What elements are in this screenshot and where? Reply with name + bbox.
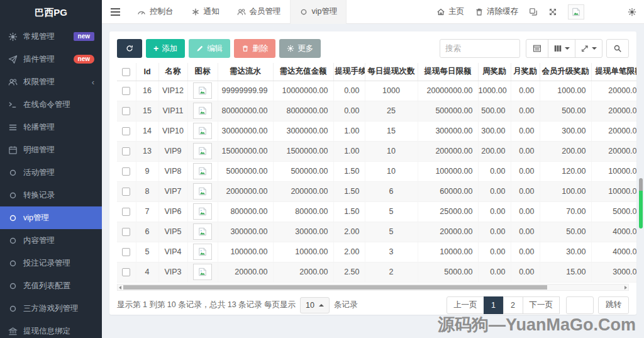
cell-monthly-bonus: 0.00: [511, 161, 540, 181]
table-row[interactable]: 13 VIP9 15000000.00 1500000.00 1.00 10 2…: [117, 141, 636, 161]
row-checkbox[interactable]: [122, 147, 130, 155]
jump-button[interactable]: 跳转: [598, 296, 629, 314]
search-input[interactable]: [440, 39, 520, 58]
table-row[interactable]: 7 VIP6 800000.00 80000.00 1.50 5 25000.0…: [117, 201, 636, 222]
row-select-cell: [117, 161, 136, 181]
table-row[interactable]: 8 VIP7 2000000.00 200000.00 1.50 6 60000…: [117, 181, 636, 201]
cell-flow-required: 30000000.00: [218, 121, 273, 141]
cell-daily-withdraw-count: 3: [365, 242, 418, 262]
list-icon: [8, 123, 18, 132]
col-icon[interactable]: 图标: [187, 63, 218, 81]
cell-daily-withdraw-count: 10: [365, 141, 418, 161]
cell-daily-withdraw-limit: 25000.00: [418, 201, 478, 222]
sidebar-item-recharge-list[interactable]: 充值列表配置: [0, 274, 102, 297]
columns-button[interactable]: [548, 39, 575, 58]
col-recharge-required[interactable]: 需达充值金额: [273, 63, 333, 81]
row-checkbox[interactable]: [122, 87, 130, 95]
cell-upgrade-bonus: 50.00: [540, 222, 591, 242]
clear-cache-link[interactable]: 清除缓存: [475, 6, 518, 17]
col-upgrade-bonus[interactable]: 会员升级奖励: [540, 63, 591, 81]
refresh-button[interactable]: [117, 39, 142, 58]
row-checkbox[interactable]: [122, 127, 130, 135]
col-flow-required[interactable]: 需达流水: [218, 63, 273, 81]
detail-view-button[interactable]: [526, 39, 548, 58]
sidebar-item-command[interactable]: 在线命令管理: [0, 93, 102, 116]
sidebar-item-bet-record[interactable]: 投注记录管理: [0, 252, 102, 274]
sidebar-item-convert[interactable]: 转换记录: [0, 184, 102, 206]
edit-button[interactable]: 编辑: [189, 39, 230, 58]
sidebar-item-third-game[interactable]: 三方游戏列管理: [0, 297, 102, 320]
tab-member[interactable]: 会员管理: [228, 0, 290, 24]
tab-dashboard[interactable]: 控制台: [128, 0, 182, 24]
next-page-button[interactable]: 下一页: [523, 296, 560, 314]
col-withdraw-fee[interactable]: 提现手续: [333, 63, 365, 81]
vertical-scrollbar-thumb[interactable]: [639, 178, 643, 228]
table-row[interactable]: 16 VIP12 99999999.99 10000000.00 0.00 10…: [117, 81, 636, 101]
sidebar-item-vip[interactable]: vip管理: [0, 206, 102, 229]
table-row[interactable]: 6 VIP5 300000.00 30000.00 2.00 5 20000.0…: [117, 222, 636, 242]
gear-icon[interactable]: [628, 8, 636, 16]
export-button[interactable]: [575, 39, 602, 58]
page-button-2[interactable]: 2: [503, 296, 523, 314]
horizontal-scrollbar[interactable]: [117, 284, 629, 291]
table-row[interactable]: 15 VIP11 80000000.00 8000000.00 0.00 25 …: [117, 101, 636, 121]
more-button[interactable]: 更多: [279, 39, 321, 58]
cell-flow-required: 2000000.00: [218, 181, 273, 201]
row-checkbox[interactable]: [122, 248, 130, 256]
table-row[interactable]: 5 VIP4 100000.00 10000.00 2.00 3 10000.0…: [117, 242, 636, 262]
sidebar-item-activity[interactable]: 活动管理: [0, 161, 102, 184]
home-link[interactable]: 主页: [436, 6, 464, 17]
col-weekly-bonus[interactable]: 周奖励: [478, 63, 511, 81]
cell-recharge-required: 30000.00: [273, 222, 333, 242]
tab-notice[interactable]: 通知: [182, 0, 228, 24]
page-button-1[interactable]: 1: [484, 296, 504, 314]
table-row[interactable]: 4 VIP3 20000.00 2000.00 2.50 2 5000.00 0…: [117, 262, 636, 282]
avatar[interactable]: [568, 4, 584, 20]
search-button[interactable]: [606, 39, 629, 58]
col-name[interactable]: 名称: [158, 63, 187, 81]
sidebar-item-general[interactable]: 常规管理 new: [0, 25, 102, 48]
row-checkbox[interactable]: [122, 167, 130, 176]
cell-icon: [187, 242, 218, 262]
row-select-cell: [117, 121, 136, 141]
row-checkbox[interactable]: [122, 188, 130, 196]
table-row[interactable]: 9 VIP8 5000000.00 500000.00 1.50 10 1000…: [117, 161, 636, 181]
row-checkbox[interactable]: [122, 268, 130, 276]
col-daily-withdraw-count[interactable]: 每日提现次数: [365, 63, 418, 81]
hamburger-icon[interactable]: [102, 0, 128, 24]
prev-page-button[interactable]: 上一页: [447, 296, 484, 314]
table-row[interactable]: 14 VIP10 30000000.00 3000000.00 1.00 15 …: [117, 121, 636, 141]
broken-image-icon: [193, 223, 212, 240]
tab-vip[interactable]: vip管理: [290, 0, 347, 24]
fullscreen-icon[interactable]: [548, 8, 557, 16]
copy-icon[interactable]: [529, 8, 538, 16]
col-single-withdraw-limit[interactable]: 提现单笔限额: [591, 63, 636, 81]
cell-weekly-bonus: 0.00: [478, 222, 511, 242]
sidebar-item-content[interactable]: 内容管理: [0, 229, 102, 252]
cell-id: 4: [136, 262, 158, 282]
col-id[interactable]: Id: [136, 63, 158, 81]
select-all-checkbox[interactable]: [122, 68, 130, 76]
sidebar-item-withdraw-bind[interactable]: 提现信息绑定: [0, 320, 102, 338]
col-monthly-bonus[interactable]: 月奖励: [511, 63, 540, 81]
cell-daily-withdraw-limit: 60000.00: [418, 181, 478, 201]
page-size-select[interactable]: 10: [300, 297, 330, 313]
col-daily-withdraw-limit[interactable]: 提现每日限额: [418, 63, 478, 81]
sidebar-item-detail[interactable]: 明细管理: [0, 138, 102, 161]
delete-button[interactable]: 删除: [234, 39, 275, 58]
row-checkbox[interactable]: [122, 228, 130, 236]
sidebar-item-label: 充值列表配置: [23, 281, 70, 291]
sidebar-item-plugin[interactable]: 插件管理 new: [0, 48, 102, 70]
scroll-left-arrow[interactable]: [119, 286, 121, 290]
scrollbar-thumb[interactable]: [123, 285, 547, 290]
new-badge: new: [74, 55, 94, 64]
add-button[interactable]: +添加: [146, 39, 185, 58]
sidebar-item-auth[interactable]: 权限管理 ‹: [0, 70, 102, 93]
sidebar-item-label: 权限管理: [23, 77, 55, 87]
row-checkbox[interactable]: [122, 208, 130, 216]
scroll-right-arrow[interactable]: [625, 286, 627, 290]
cell-daily-withdraw-limit: 300000.00: [418, 121, 478, 141]
jump-page-input[interactable]: [566, 296, 594, 314]
sidebar-item-carousel[interactable]: 轮播管理: [0, 116, 102, 138]
row-checkbox[interactable]: [122, 107, 130, 115]
